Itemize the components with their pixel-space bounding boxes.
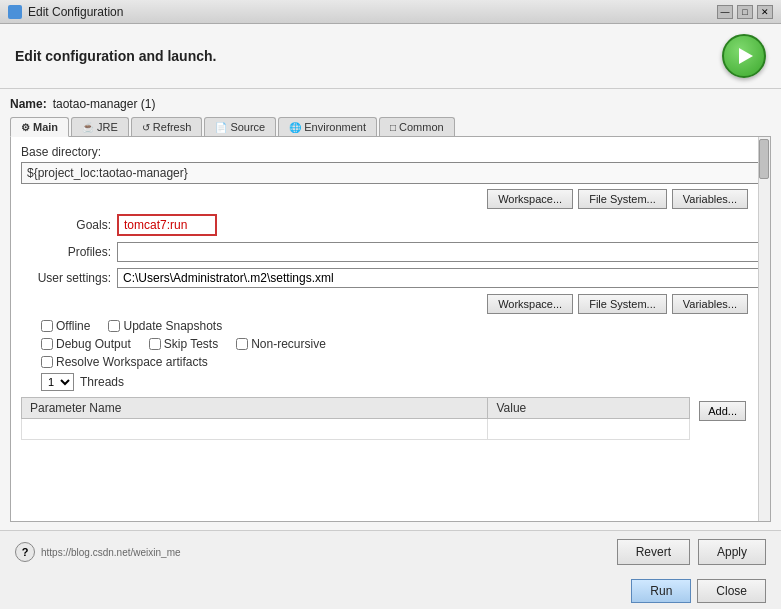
filesystem-btn-2[interactable]: File System...: [578, 294, 667, 314]
jre-tab-icon: ☕: [82, 122, 94, 133]
update-snapshots-checkbox[interactable]: [108, 320, 120, 332]
tab-environment[interactable]: 🌐 Environment: [278, 117, 377, 136]
debug-output-checkbox[interactable]: [41, 338, 53, 350]
user-settings-row: User settings:: [21, 268, 760, 288]
bottom-right: Revert Apply: [617, 539, 766, 565]
workspace-btn-2[interactable]: Workspace...: [487, 294, 573, 314]
table-row-empty: [22, 419, 760, 440]
profiles-row: Profiles:: [21, 242, 760, 262]
tab-refresh[interactable]: ↺ Refresh: [131, 117, 203, 136]
maximize-btn[interactable]: □: [737, 5, 753, 19]
update-snapshots-label: Update Snapshots: [123, 319, 222, 333]
scrollbar-thumb[interactable]: [759, 139, 769, 179]
workspace-btn-1[interactable]: Workspace...: [487, 189, 573, 209]
revert-button[interactable]: Revert: [617, 539, 690, 565]
non-recursive-checkbox-label[interactable]: Non-recursive: [236, 337, 326, 351]
user-settings-label: User settings:: [21, 271, 111, 285]
main-tab-icon: ⚙: [21, 122, 30, 133]
non-recursive-checkbox[interactable]: [236, 338, 248, 350]
source-tab-icon: 📄: [215, 122, 227, 133]
title-icon: [8, 5, 22, 19]
threads-select[interactable]: 1 2 4: [41, 373, 74, 391]
close-btn[interactable]: ✕: [757, 5, 773, 19]
close-button[interactable]: Close: [697, 579, 766, 603]
param-name-cell: [22, 419, 488, 440]
filesystem-btn-1[interactable]: File System...: [578, 189, 667, 209]
panel-inner: Base directory: Workspace... File System…: [11, 137, 770, 521]
refresh-tab-icon: ↺: [142, 122, 150, 133]
tab-source-label: Source: [230, 121, 265, 133]
checkboxes-row-1: Offline Update Snapshots: [41, 319, 760, 333]
param-table: Parameter Name Value: [21, 397, 760, 440]
dialog-body: Edit configuration and launch. Name: tao…: [0, 24, 781, 609]
common-tab-icon: □: [390, 122, 396, 133]
tab-source[interactable]: 📄 Source: [204, 117, 276, 136]
title-bar: Edit Configuration — □ ✕: [0, 0, 781, 24]
tab-main[interactable]: ⚙ Main: [10, 117, 69, 137]
skip-tests-checkbox[interactable]: [149, 338, 161, 350]
apply-button[interactable]: Apply: [698, 539, 766, 565]
tab-jre[interactable]: ☕ JRE: [71, 117, 129, 136]
variables-btn-1[interactable]: Variables...: [672, 189, 748, 209]
help-icon: ?: [22, 546, 29, 558]
scrollbar-track[interactable]: [758, 137, 770, 521]
non-recursive-label: Non-recursive: [251, 337, 326, 351]
update-snapshots-checkbox-label[interactable]: Update Snapshots: [108, 319, 222, 333]
run-bar: Run Close: [0, 573, 781, 609]
quick-run-button[interactable]: [722, 34, 766, 78]
buttons-row-2: Workspace... File System... Variables...: [21, 294, 760, 314]
checkboxes-row-2: Debug Output Skip Tests Non-recursive: [41, 337, 760, 351]
minimize-btn[interactable]: —: [717, 5, 733, 19]
bottom-bar: ? https://blog.csdn.net/weixin_me Revert…: [0, 530, 781, 573]
bottom-url: https://blog.csdn.net/weixin_me: [41, 547, 181, 558]
add-param-button[interactable]: Add...: [699, 401, 746, 421]
content-area: Name: taotao-manager (1) ⚙ Main ☕ JRE ↺ …: [0, 89, 781, 530]
tab-environment-label: Environment: [304, 121, 366, 133]
param-value-cell: [488, 419, 690, 440]
header-area: Edit configuration and launch.: [0, 24, 781, 89]
tabs-bar: ⚙ Main ☕ JRE ↺ Refresh 📄 Source 🌐 Enviro…: [10, 117, 771, 137]
user-settings-input[interactable]: [117, 268, 760, 288]
tab-common-label: Common: [399, 121, 444, 133]
buttons-row-1: Workspace... File System... Variables...: [21, 189, 760, 209]
skip-tests-checkbox-label[interactable]: Skip Tests: [149, 337, 218, 351]
tab-main-label: Main: [33, 121, 58, 133]
goals-label: Goals:: [21, 218, 111, 232]
run-triangle-icon: [739, 48, 753, 64]
param-table-wrapper: Parameter Name Value: [21, 397, 760, 440]
tab-common[interactable]: □ Common: [379, 117, 455, 136]
profiles-label: Profiles:: [21, 245, 111, 259]
title-text: Edit Configuration: [28, 5, 123, 19]
tab-jre-label: JRE: [97, 121, 118, 133]
skip-tests-label: Skip Tests: [164, 337, 218, 351]
base-directory-input[interactable]: [21, 162, 760, 184]
title-controls[interactable]: — □ ✕: [717, 5, 773, 19]
profiles-input[interactable]: [117, 242, 760, 262]
checkboxes-row-3: Resolve Workspace artifacts: [41, 355, 760, 369]
threads-row: 1 2 4 Threads: [41, 373, 760, 391]
base-directory-label: Base directory:: [21, 145, 760, 159]
goals-input[interactable]: [117, 214, 217, 236]
resolve-workspace-label: Resolve Workspace artifacts: [56, 355, 208, 369]
name-label: Name:: [10, 97, 47, 111]
offline-checkbox[interactable]: [41, 320, 53, 332]
name-value: taotao-manager (1): [53, 97, 156, 111]
main-panel: Base directory: Workspace... File System…: [10, 137, 771, 522]
resolve-workspace-checkbox[interactable]: [41, 356, 53, 368]
threads-label: Threads: [80, 375, 124, 389]
param-value-header: Value: [488, 398, 690, 419]
resolve-workspace-checkbox-label[interactable]: Resolve Workspace artifacts: [41, 355, 208, 369]
help-button[interactable]: ?: [15, 542, 35, 562]
bottom-left: ? https://blog.csdn.net/weixin_me: [15, 542, 181, 562]
debug-output-checkbox-label[interactable]: Debug Output: [41, 337, 131, 351]
goals-row: Goals:: [21, 214, 760, 236]
variables-btn-2[interactable]: Variables...: [672, 294, 748, 314]
name-row: Name: taotao-manager (1): [10, 97, 771, 111]
offline-label: Offline: [56, 319, 90, 333]
param-name-header: Parameter Name: [22, 398, 488, 419]
env-tab-icon: 🌐: [289, 122, 301, 133]
debug-output-label: Debug Output: [56, 337, 131, 351]
offline-checkbox-label[interactable]: Offline: [41, 319, 90, 333]
tab-refresh-label: Refresh: [153, 121, 192, 133]
run-button[interactable]: Run: [631, 579, 691, 603]
